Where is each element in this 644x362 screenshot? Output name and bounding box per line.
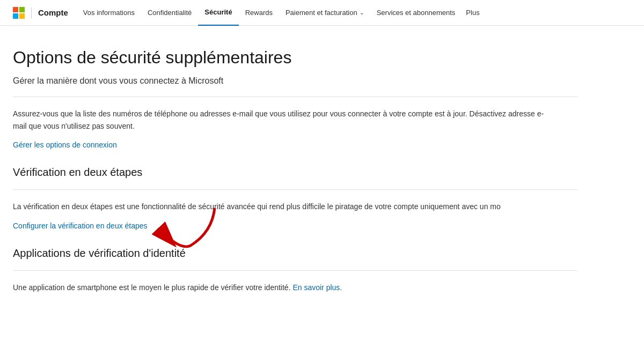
section2-divider [13,189,577,190]
main-content: Options de sécurité supplémentaires Gére… [0,26,590,332]
section3-body: Une application de smartphone est le moy… [13,282,549,293]
nav-item-confidentialite[interactable]: Confidentialité [141,0,198,26]
nav-item-rewards[interactable]: Rewards [239,0,279,26]
section-login-options: Gérer la manière dont vous vous connecte… [13,76,577,149]
configure-two-factor-link[interactable]: Configurer la vérification en deux étape… [13,221,148,230]
header-divider [31,8,32,18]
chevron-down-icon: ⌄ [360,10,364,16]
microsoft-logo[interactable] [13,7,25,19]
section-identity-apps: Applications de vérification d'identité … [13,247,577,293]
manage-login-options-link[interactable]: Gérer les options de connexion [13,141,117,149]
section2-heading: Vérification en deux étapes [13,166,577,179]
section3-divider [13,270,577,271]
section1-subtitle: Gérer la manière dont vous vous connecte… [13,76,577,86]
ms-logo-grid [13,7,25,19]
section-two-factor: Vérification en deux étapes La vérificat… [13,166,577,230]
learn-more-link[interactable]: En savoir plus. [292,283,342,292]
nav-item-plus[interactable]: Plus [462,0,484,26]
page-title: Options de sécurité supplémentaires [13,47,577,68]
main-nav: Vos informations Confidentialité Sécurit… [77,0,484,26]
nav-item-services[interactable]: Services et abonnements [370,0,462,26]
nav-item-vos-informations[interactable]: Vos informations [77,0,141,26]
nav-item-paiement[interactable]: Paiement et facturation ⌄ [279,0,370,26]
section1-body: Assurez-vous que la liste des numéros de… [13,108,549,132]
nav-item-securite[interactable]: Sécurité [198,0,238,26]
site-header: Compte Vos informations Confidentialité … [0,0,644,26]
nav-menu: Vos informations Confidentialité Sécurit… [77,0,484,26]
annotation-wrapper: Configurer la vérification en deux étape… [13,221,148,230]
section2-body: La vérification en deux étapes est une f… [13,201,549,212]
brand-name: Compte [38,8,68,17]
section3-heading: Applications de vérification d'identité [13,247,577,260]
section1-divider [13,97,577,97]
